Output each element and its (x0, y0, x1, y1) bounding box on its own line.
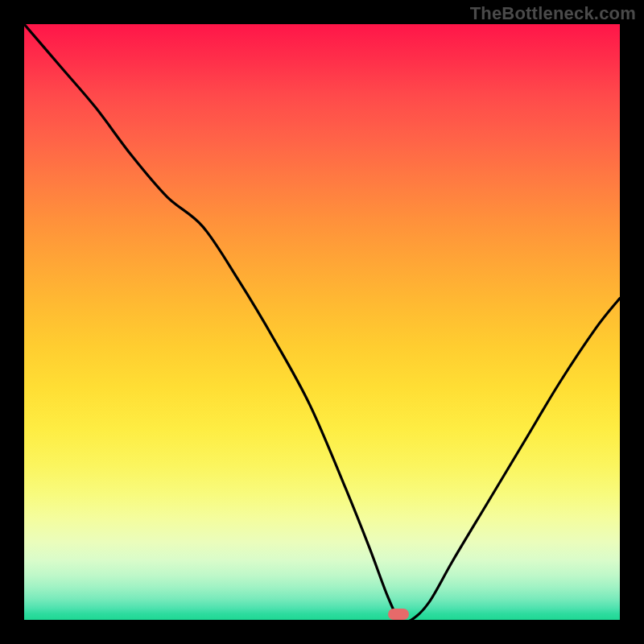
chart-frame: TheBottleneck.com (0, 0, 644, 644)
optimal-point-marker (388, 609, 409, 620)
bottleneck-curve-svg (24, 24, 620, 620)
watermark-text: TheBottleneck.com (470, 3, 636, 24)
plot-area (24, 24, 620, 620)
bottleneck-curve-path (24, 24, 620, 620)
